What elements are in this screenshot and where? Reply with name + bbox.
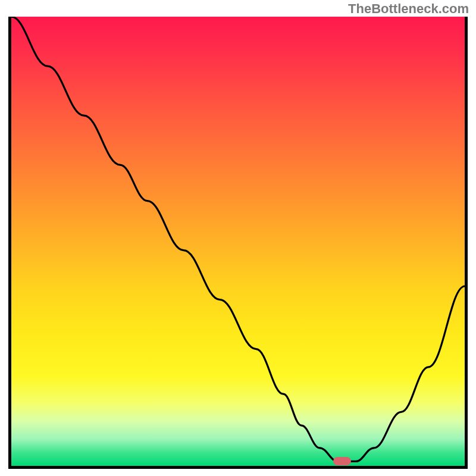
chart-area xyxy=(8,17,468,469)
watermark-text: TheBottleneck.com xyxy=(348,1,469,17)
optimal-point-marker xyxy=(333,457,351,465)
bottleneck-curve xyxy=(11,17,465,466)
